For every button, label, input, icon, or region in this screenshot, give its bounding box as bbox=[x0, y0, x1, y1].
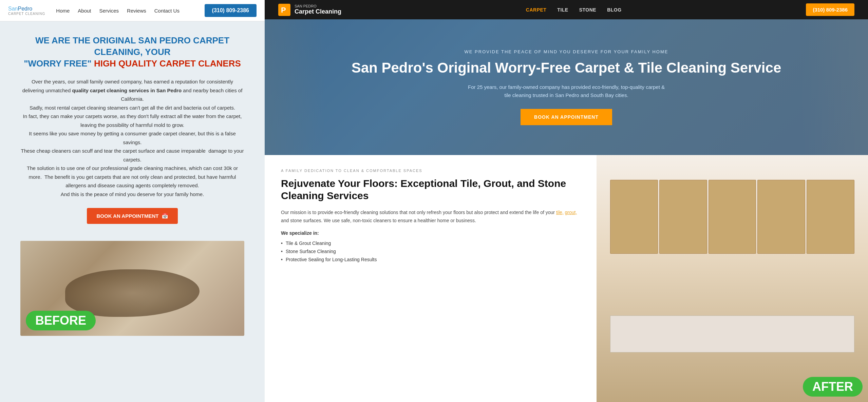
nav-contact[interactable]: Contact Us bbox=[154, 8, 180, 14]
headline-highlight: HIGH QUALITY CARPET CLANERS bbox=[94, 58, 241, 69]
right-logo-text: SAN PEDRO Carpet Cleaning bbox=[295, 4, 341, 15]
before-label: BEFORE bbox=[26, 311, 96, 330]
lower-list: Tile & Grout Cleaning Stone Surface Clea… bbox=[281, 239, 580, 264]
right-phone-button[interactable]: (310) 809-2386 bbox=[806, 3, 854, 16]
left-phone-button[interactable]: (310) 809-2386 bbox=[205, 4, 257, 17]
cabinet-2 bbox=[659, 180, 707, 254]
right-hero: WE PROVIDE THE PEACE OF MIND YOU DESERVE… bbox=[265, 19, 868, 155]
grout-link[interactable]: grout, bbox=[565, 210, 577, 215]
hero-subtitle: WE PROVIDE THE PEACE OF MIND YOU DESERVE… bbox=[465, 49, 668, 54]
lower-image-section: AFTER bbox=[597, 155, 868, 402]
right-nav-stone[interactable]: STONE bbox=[579, 7, 596, 13]
headline-line1: WE ARE THE ORIGINAL SAN PEDRO CARPET CLE… bbox=[35, 35, 229, 57]
tile-link[interactable]: tile, bbox=[556, 210, 564, 215]
cabinet-4 bbox=[757, 180, 805, 254]
left-nav: Home About Services Reviews Contact Us bbox=[56, 8, 180, 14]
lower-title: Rejuvenate Your Floors: Exceptional Tile… bbox=[281, 177, 580, 202]
hero-description: For 25 years, our family-owned company h… bbox=[465, 83, 668, 99]
counter-area bbox=[610, 315, 854, 352]
left-book-button[interactable]: BOOK AN APPOINTMENT 📅 bbox=[87, 208, 177, 224]
right-logo: P SAN PEDRO Carpet Cleaning bbox=[278, 4, 341, 16]
nav-about[interactable]: About bbox=[78, 8, 91, 14]
logo-pedro: Pedro bbox=[18, 6, 32, 12]
left-header: SanPedro CARPET CLEANING Home About Serv… bbox=[0, 0, 265, 21]
right-logo-icon: P bbox=[278, 4, 290, 16]
left-body-text: Over the years, our small family owned c… bbox=[20, 77, 244, 198]
right-nav: CARPET TILE STONE BLOG bbox=[526, 7, 622, 13]
right-nav-carpet[interactable]: CARPET bbox=[526, 7, 547, 13]
right-logo-small: SAN PEDRO bbox=[295, 4, 341, 8]
left-logo: SanPedro CARPET CLEANING bbox=[8, 6, 45, 16]
nav-services[interactable]: Services bbox=[99, 8, 119, 14]
book-btn-container: BOOK AN APPOINTMENT 📅 bbox=[20, 208, 244, 224]
lower-text-section: A FAMILY DEDICATION TO CLEAN & COMFORTAB… bbox=[265, 155, 597, 402]
kitchen-image bbox=[597, 155, 868, 402]
right-panel: P SAN PEDRO Carpet Cleaning CARPET TILE … bbox=[265, 0, 868, 402]
list-item-2: Stone Surface Cleaning bbox=[281, 247, 580, 255]
logo-wordmark: SanPedro bbox=[8, 6, 32, 12]
hero-content: WE PROVIDE THE PEACE OF MIND YOU DESERVE… bbox=[265, 19, 868, 155]
logo-subtitle: CARPET CLEANING bbox=[8, 12, 45, 16]
right-header: P SAN PEDRO Carpet Cleaning CARPET TILE … bbox=[265, 0, 868, 19]
lower-eyebrow: A FAMILY DEDICATION TO CLEAN & COMFORTAB… bbox=[281, 169, 580, 173]
cabinet-row bbox=[610, 180, 854, 254]
right-lower: A FAMILY DEDICATION TO CLEAN & COMFORTAB… bbox=[265, 155, 868, 402]
right-logo-main: Carpet Cleaning bbox=[295, 8, 341, 15]
left-headline: WE ARE THE ORIGINAL SAN PEDRO CARPET CLE… bbox=[20, 35, 244, 69]
right-nav-tile[interactable]: TILE bbox=[557, 7, 568, 13]
right-nav-blog[interactable]: BLOG bbox=[607, 7, 621, 13]
lower-specialize: We specialize in: bbox=[281, 230, 580, 236]
nav-home[interactable]: Home bbox=[56, 8, 70, 14]
cabinet-3 bbox=[709, 180, 756, 254]
left-book-label: BOOK AN APPOINTMENT bbox=[96, 213, 158, 219]
calendar-icon: 📅 bbox=[162, 213, 168, 219]
nav-reviews[interactable]: Reviews bbox=[127, 8, 146, 14]
list-item-1: Tile & Grout Cleaning bbox=[281, 239, 580, 247]
cabinet-1 bbox=[610, 180, 658, 254]
after-label: AFTER bbox=[803, 377, 863, 397]
list-item-3: Protective Sealing for Long-Lasting Resu… bbox=[281, 255, 580, 264]
hero-title: San Pedro's Original Worry-Free Carpet &… bbox=[352, 60, 781, 76]
headline-line2: "WORRY FREE" bbox=[24, 58, 94, 69]
hero-book-button[interactable]: BOOK AN APPOINTMENT bbox=[521, 109, 612, 125]
lower-body1: Our mission is to provide eco-friendly c… bbox=[281, 209, 580, 225]
svg-text:P: P bbox=[281, 6, 286, 14]
cabinet-5 bbox=[807, 180, 854, 254]
before-after-container: BEFORE bbox=[20, 241, 244, 336]
logo-san: San bbox=[8, 6, 18, 12]
left-content: WE ARE THE ORIGINAL SAN PEDRO CARPET CLE… bbox=[0, 21, 265, 241]
left-panel: SanPedro CARPET CLEANING Home About Serv… bbox=[0, 0, 265, 402]
